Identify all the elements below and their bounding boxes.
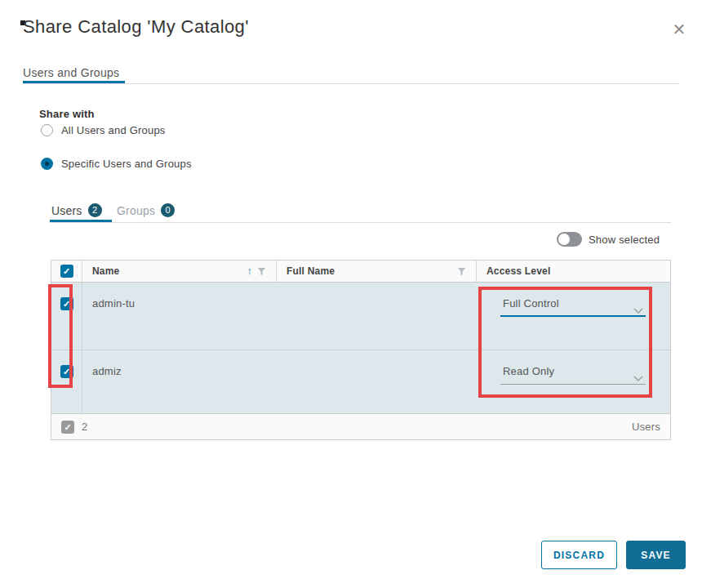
subtab-groups[interactable]: Groups 0 [117,203,175,217]
full-name-cell [277,283,477,350]
filter-icon[interactable] [257,267,266,276]
footer-selected-checkbox[interactable]: ✓ [61,421,74,434]
users-count-badge: 2 [88,203,102,217]
subtab-groups-label: Groups [117,204,155,217]
show-selected-toggle[interactable] [557,232,582,247]
chevron-down-icon [633,370,643,385]
tab-users-and-groups[interactable]: Users and Groups [23,66,119,79]
groups-count-badge: 0 [161,203,175,217]
selected-count: 2 [82,421,87,433]
dialog-title: Share Catalog 'My Catalog' [23,16,249,38]
close-icon[interactable]: ✕ [669,20,689,39]
toggle-knob-icon [558,234,570,245]
chevron-down-icon [633,302,643,317]
column-header-access-level: Access Level [487,265,550,277]
access-level-select[interactable]: Read Only [500,363,646,385]
show-selected-label: Show selected [589,234,660,246]
user-name: admin-tu [82,283,277,310]
select-all-checkbox[interactable]: ✓ [60,265,73,278]
users-datagrid: ✓ Name ↑ Full Name Access Level [51,260,671,440]
radio-all-users-label: All Users and Groups [61,124,166,136]
tab-bar-divider [23,83,679,84]
user-name: admiz [82,350,277,377]
access-level-value: Read Only [500,363,554,377]
subtab-users[interactable]: Users 2 [51,203,102,217]
subtab-users-label: Users [51,204,82,217]
datagrid-footer: ✓ 2 Users [51,413,670,439]
table-row[interactable]: ✓ admin-tu Full Control [51,283,670,350]
access-level-value: Full Control [500,295,559,310]
radio-specific-users-label: Specific Users and Groups [61,158,192,170]
radio-unselected-icon[interactable] [41,124,53,136]
filter-icon[interactable] [457,267,466,276]
radio-specific-users-and-groups[interactable]: Specific Users and Groups [41,158,192,170]
share-with-label: Share with [39,108,95,120]
share-catalog-dialog: Share Catalog 'My Catalog' ✕ Users and G… [0,0,702,588]
column-header-name[interactable]: Name [92,265,119,277]
datagrid-header: ✓ Name ↑ Full Name Access Level [51,261,670,283]
footer-entity-label: Users [632,421,660,433]
full-name-cell [277,350,477,413]
table-row[interactable]: ✓ admiz Read Only [51,350,670,413]
subtab-bar-divider [50,222,671,223]
radio-all-users-and-groups[interactable]: All Users and Groups [41,124,166,136]
access-level-select[interactable]: Full Control [500,296,646,317]
column-header-full-name[interactable]: Full Name [287,265,335,277]
sort-ascending-icon[interactable]: ↑ [247,266,253,276]
radio-selected-icon[interactable] [41,158,53,170]
row-checkbox[interactable]: ✓ [60,365,73,378]
discard-button[interactable]: DISCARD [541,541,617,569]
save-button[interactable]: SAVE [626,541,686,569]
row-checkbox[interactable]: ✓ [60,297,73,310]
